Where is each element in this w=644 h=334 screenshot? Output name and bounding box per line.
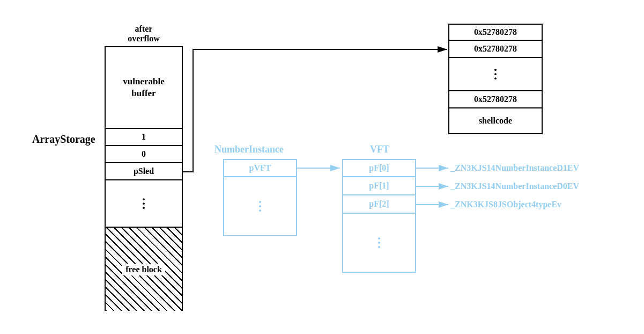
free-block-cell: free block [105, 228, 183, 311]
left-dots-cell: ··· [105, 180, 183, 228]
vft-dots-cell: ··· [342, 214, 416, 273]
value-1: 1 [142, 132, 146, 142]
after-overflow-1: after [135, 24, 153, 33]
shellcode-cell: shellcode [448, 108, 543, 134]
vdots-icon: ··· [142, 197, 145, 210]
right-dots-cell: ··· [448, 58, 543, 91]
psled-cell: pSled [105, 163, 183, 180]
pf0-text: pF[0] [369, 163, 389, 173]
addr-1: 0x52780278 [474, 27, 517, 37]
psled-text: pSled [134, 166, 154, 176]
pf1-cell: pF[1] [342, 177, 416, 195]
addr-3-cell: 0x52780278 [448, 91, 543, 108]
free-block-text: free block [122, 264, 165, 275]
after-overflow-2: overflow [128, 34, 160, 43]
vdots-icon: ··· [377, 236, 381, 249]
addr-1-cell: 0x52780278 [448, 24, 543, 41]
numberinstance-label: NumberInstance [214, 144, 284, 155]
symbol-1: _ZN3KJS14NumberInstanceD0EV [450, 181, 579, 191]
addr-2: 0x52780278 [474, 44, 517, 54]
pf1-text: pF[1] [369, 181, 389, 191]
addr-3: 0x52780278 [474, 95, 517, 104]
vft-label: VFT [370, 144, 389, 155]
shellcode-text: shellcode [479, 116, 512, 126]
numberinstance-dots-cell: ··· [223, 177, 297, 236]
pf2-text: pF[2] [369, 199, 389, 209]
vdots-icon: ··· [494, 68, 497, 81]
vdots-icon: ··· [258, 200, 262, 213]
pvft-text: pVFT [249, 163, 271, 173]
arraystorage-label: ArrayStorage [32, 133, 95, 146]
pf0-cell: pF[0] [342, 159, 416, 177]
value-1-cell: 1 [105, 129, 183, 146]
addr-2-cell: 0x52780278 [448, 41, 543, 58]
symbol-2: _ZNK3KJS8JSObject4typeEv [450, 200, 561, 209]
vulnerable-buffer-text-1: vulnerable [123, 76, 164, 88]
pvft-cell: pVFT [223, 159, 297, 177]
pf2-cell: pF[2] [342, 195, 416, 214]
after-overflow-label: after overflow [105, 24, 183, 43]
vulnerable-buffer-text-2: buffer [131, 88, 156, 99]
symbol-0: _ZN3KJS14NumberInstanceD1EV [450, 163, 579, 173]
value-0: 0 [142, 149, 146, 159]
vulnerable-buffer-cell: vulnerable buffer [105, 46, 183, 129]
value-0-cell: 0 [105, 146, 183, 163]
